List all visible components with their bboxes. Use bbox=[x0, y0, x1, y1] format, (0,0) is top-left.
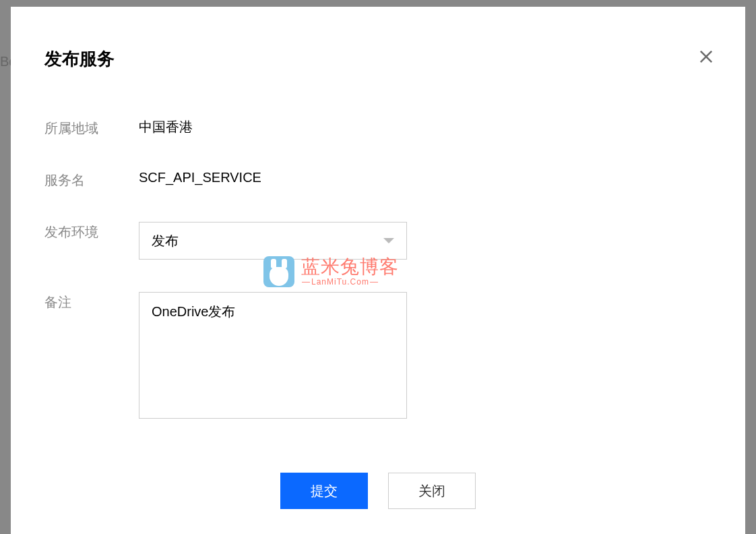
modal-title: 发布服务 bbox=[44, 47, 712, 71]
environment-select-value: 发布 bbox=[152, 232, 383, 250]
watermark-text: 蓝米兔博客 LanMiTu.Com bbox=[301, 258, 399, 286]
environment-select[interactable]: 发布 bbox=[139, 222, 407, 260]
watermark-logo-icon bbox=[263, 256, 294, 287]
close-icon[interactable] bbox=[694, 44, 718, 69]
publish-service-modal: 发布服务 所属地域 中国香港 服务名 SCF_API_SERVICE 发布环境 … bbox=[11, 7, 745, 534]
modal-header: 发布服务 bbox=[44, 47, 712, 71]
modal-footer: 提交 关闭 bbox=[44, 473, 712, 509]
row-service-name: 服务名 SCF_API_SERVICE bbox=[44, 170, 712, 189]
row-region: 所属地域 中国香港 bbox=[44, 118, 712, 138]
note-textarea-wrap[interactable] bbox=[139, 292, 407, 419]
region-label: 所属地域 bbox=[44, 118, 139, 138]
row-note: 备注 bbox=[44, 292, 712, 419]
note-label: 备注 bbox=[44, 292, 139, 312]
watermark: 蓝米兔博客 LanMiTu.Com bbox=[263, 256, 399, 287]
region-value: 中国香港 bbox=[139, 118, 193, 136]
chevron-down-icon bbox=[383, 238, 394, 243]
row-environment: 发布环境 发布 bbox=[44, 222, 712, 260]
environment-label: 发布环境 bbox=[44, 222, 139, 241]
watermark-cn: 蓝米兔博客 bbox=[301, 258, 399, 276]
service-name-label: 服务名 bbox=[44, 170, 139, 189]
submit-button[interactable]: 提交 bbox=[280, 473, 368, 509]
note-textarea[interactable] bbox=[152, 302, 394, 409]
close-button[interactable]: 关闭 bbox=[388, 473, 476, 509]
watermark-en: LanMiTu.Com bbox=[301, 278, 399, 286]
service-name-value: SCF_API_SERVICE bbox=[139, 170, 261, 185]
